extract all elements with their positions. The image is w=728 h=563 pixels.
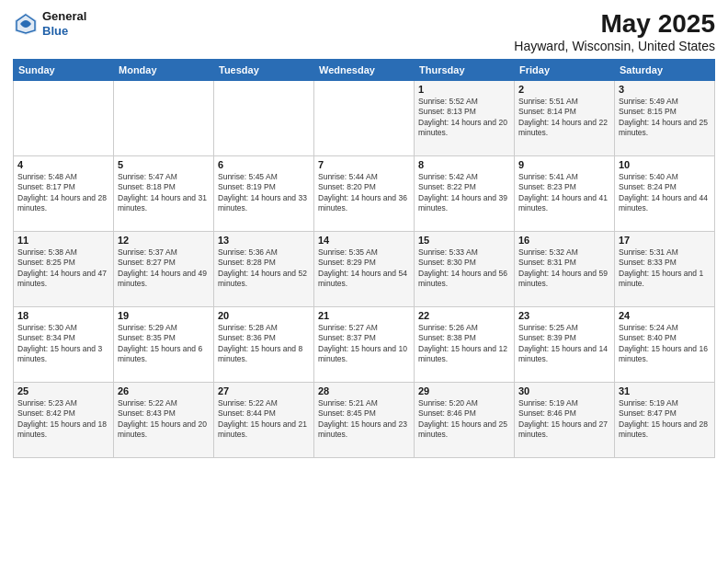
day-number: 21 (318, 310, 410, 321)
calendar-cell: 15Sunrise: 5:33 AMSunset: 8:30 PMDayligh… (415, 232, 515, 307)
day-info: Sunrise: 5:32 AMSunset: 8:31 PMDaylight:… (518, 247, 610, 290)
day-info: Sunrise: 5:20 AMSunset: 8:46 PMDaylight:… (418, 398, 510, 441)
calendar-cell: 29Sunrise: 5:20 AMSunset: 8:46 PMDayligh… (415, 383, 515, 458)
day-info: Sunrise: 5:47 AMSunset: 8:18 PMDaylight:… (118, 172, 210, 214)
calendar-cell: 14Sunrise: 5:35 AMSunset: 8:29 PMDayligh… (314, 232, 415, 307)
header-day-friday: Friday (515, 60, 615, 81)
logo-text: General Blue (42, 9, 86, 38)
day-number: 12 (118, 235, 210, 246)
day-number: 16 (518, 235, 610, 246)
header: General Blue May 2025 Hayward, Wisconsin… (13, 9, 715, 53)
day-info: Sunrise: 5:19 AMSunset: 8:47 PMDaylight:… (619, 398, 711, 441)
week-row-5: 25Sunrise: 5:23 AMSunset: 8:42 PMDayligh… (14, 383, 715, 458)
day-info: Sunrise: 5:49 AMSunset: 8:15 PMDaylight:… (619, 97, 711, 139)
day-number: 15 (418, 235, 510, 246)
day-info: Sunrise: 5:30 AMSunset: 8:34 PMDaylight:… (17, 323, 109, 365)
header-day-monday: Monday (114, 60, 214, 81)
calendar-body: 1Sunrise: 5:52 AMSunset: 8:13 PMDaylight… (14, 81, 715, 458)
week-row-4: 18Sunrise: 5:30 AMSunset: 8:34 PMDayligh… (14, 307, 715, 383)
week-row-2: 4Sunrise: 5:48 AMSunset: 8:17 PMDaylight… (14, 156, 715, 232)
week-row-3: 11Sunrise: 5:38 AMSunset: 8:25 PMDayligh… (14, 232, 715, 307)
day-number: 10 (619, 159, 711, 170)
calendar-cell: 3Sunrise: 5:49 AMSunset: 8:15 PMDaylight… (615, 81, 715, 156)
day-info: Sunrise: 5:51 AMSunset: 8:14 PMDaylight:… (518, 97, 610, 139)
header-day-thursday: Thursday (415, 60, 515, 81)
logo-blue-text: Blue (42, 24, 86, 39)
day-info: Sunrise: 5:41 AMSunset: 8:23 PMDaylight:… (518, 172, 610, 214)
calendar-cell: 2Sunrise: 5:51 AMSunset: 8:14 PMDaylight… (515, 81, 615, 156)
day-info: Sunrise: 5:35 AMSunset: 8:29 PMDaylight:… (318, 247, 410, 290)
day-number: 23 (518, 310, 610, 321)
calendar-cell: 22Sunrise: 5:26 AMSunset: 8:38 PMDayligh… (415, 307, 515, 383)
header-day-tuesday: Tuesday (214, 60, 314, 81)
calendar-cell: 16Sunrise: 5:32 AMSunset: 8:31 PMDayligh… (515, 232, 615, 307)
day-info: Sunrise: 5:22 AMSunset: 8:44 PMDaylight:… (218, 398, 310, 441)
day-info: Sunrise: 5:21 AMSunset: 8:45 PMDaylight:… (318, 398, 410, 441)
day-number: 13 (218, 235, 310, 246)
calendar-cell: 11Sunrise: 5:38 AMSunset: 8:25 PMDayligh… (14, 232, 114, 307)
calendar-cell: 10Sunrise: 5:40 AMSunset: 8:24 PMDayligh… (615, 156, 715, 232)
calendar-cell: 13Sunrise: 5:36 AMSunset: 8:28 PMDayligh… (214, 232, 314, 307)
day-info: Sunrise: 5:29 AMSunset: 8:35 PMDaylight:… (118, 323, 210, 365)
day-number: 31 (619, 385, 711, 396)
day-number: 11 (17, 235, 109, 246)
day-info: Sunrise: 5:27 AMSunset: 8:37 PMDaylight:… (318, 323, 410, 365)
calendar-table: SundayMondayTuesdayWednesdayThursdayFrid… (13, 59, 715, 458)
calendar-subtitle: Hayward, Wisconsin, United States (514, 39, 715, 53)
calendar-cell: 31Sunrise: 5:19 AMSunset: 8:47 PMDayligh… (615, 383, 715, 458)
day-number: 2 (518, 84, 610, 95)
day-info: Sunrise: 5:19 AMSunset: 8:46 PMDaylight:… (518, 398, 610, 441)
calendar-header: SundayMondayTuesdayWednesdayThursdayFrid… (14, 60, 715, 81)
day-info: Sunrise: 5:33 AMSunset: 8:30 PMDaylight:… (418, 247, 510, 290)
logo: General Blue (13, 9, 86, 38)
day-number: 3 (619, 84, 711, 95)
day-number: 5 (118, 159, 210, 170)
calendar-cell: 18Sunrise: 5:30 AMSunset: 8:34 PMDayligh… (14, 307, 114, 383)
calendar-cell: 1Sunrise: 5:52 AMSunset: 8:13 PMDaylight… (415, 81, 515, 156)
day-number: 19 (118, 310, 210, 321)
week-row-1: 1Sunrise: 5:52 AMSunset: 8:13 PMDaylight… (14, 81, 715, 156)
calendar-cell (214, 81, 314, 156)
day-number: 24 (619, 310, 711, 321)
calendar-cell: 19Sunrise: 5:29 AMSunset: 8:35 PMDayligh… (114, 307, 214, 383)
calendar-cell: 30Sunrise: 5:19 AMSunset: 8:46 PMDayligh… (515, 383, 615, 458)
day-info: Sunrise: 5:48 AMSunset: 8:17 PMDaylight:… (17, 172, 109, 214)
calendar-cell: 9Sunrise: 5:41 AMSunset: 8:23 PMDaylight… (515, 156, 615, 232)
header-day-saturday: Saturday (615, 60, 715, 81)
day-number: 8 (418, 159, 510, 170)
calendar-cell (114, 81, 214, 156)
title-block: May 2025 Hayward, Wisconsin, United Stat… (514, 9, 715, 53)
calendar-cell: 5Sunrise: 5:47 AMSunset: 8:18 PMDaylight… (114, 156, 214, 232)
calendar-title: May 2025 (514, 9, 715, 39)
day-number: 6 (218, 159, 310, 170)
calendar-cell: 27Sunrise: 5:22 AMSunset: 8:44 PMDayligh… (214, 383, 314, 458)
day-number: 26 (118, 385, 210, 396)
day-info: Sunrise: 5:45 AMSunset: 8:19 PMDaylight:… (218, 172, 310, 214)
day-info: Sunrise: 5:28 AMSunset: 8:36 PMDaylight:… (218, 323, 310, 365)
header-row: SundayMondayTuesdayWednesdayThursdayFrid… (14, 60, 715, 81)
day-number: 14 (318, 235, 410, 246)
day-info: Sunrise: 5:44 AMSunset: 8:20 PMDaylight:… (318, 172, 410, 214)
day-number: 4 (17, 159, 109, 170)
calendar-cell: 28Sunrise: 5:21 AMSunset: 8:45 PMDayligh… (314, 383, 415, 458)
day-number: 1 (418, 84, 510, 95)
calendar-cell: 17Sunrise: 5:31 AMSunset: 8:33 PMDayligh… (615, 232, 715, 307)
day-number: 7 (318, 159, 410, 170)
day-number: 28 (318, 385, 410, 396)
calendar-cell: 12Sunrise: 5:37 AMSunset: 8:27 PMDayligh… (114, 232, 214, 307)
day-number: 17 (619, 235, 711, 246)
calendar-cell: 21Sunrise: 5:27 AMSunset: 8:37 PMDayligh… (314, 307, 415, 383)
day-number: 18 (17, 310, 109, 321)
header-day-sunday: Sunday (14, 60, 114, 81)
calendar-cell: 24Sunrise: 5:24 AMSunset: 8:40 PMDayligh… (615, 307, 715, 383)
day-number: 9 (518, 159, 610, 170)
page: General Blue May 2025 Hayward, Wisconsin… (0, 0, 728, 563)
day-info: Sunrise: 5:36 AMSunset: 8:28 PMDaylight:… (218, 247, 310, 290)
day-info: Sunrise: 5:52 AMSunset: 8:13 PMDaylight:… (418, 97, 510, 139)
day-info: Sunrise: 5:40 AMSunset: 8:24 PMDaylight:… (619, 172, 711, 214)
day-number: 27 (218, 385, 310, 396)
day-info: Sunrise: 5:25 AMSunset: 8:39 PMDaylight:… (518, 323, 610, 365)
calendar-cell: 6Sunrise: 5:45 AMSunset: 8:19 PMDaylight… (214, 156, 314, 232)
day-info: Sunrise: 5:22 AMSunset: 8:43 PMDaylight:… (118, 398, 210, 441)
day-info: Sunrise: 5:42 AMSunset: 8:22 PMDaylight:… (418, 172, 510, 214)
